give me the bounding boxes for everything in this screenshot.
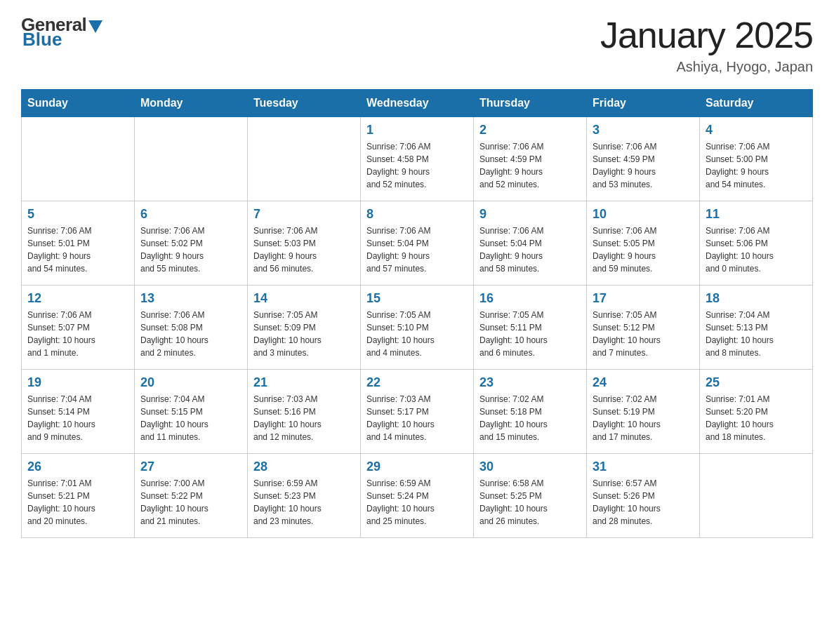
calendar-cell: 26Sunrise: 7:01 AM Sunset: 5:21 PM Dayli…	[22, 454, 135, 538]
cell-info: Sunrise: 7:06 AM Sunset: 5:08 PM Dayligh…	[140, 309, 241, 359]
cell-info: Sunrise: 7:06 AM Sunset: 5:06 PM Dayligh…	[706, 224, 807, 275]
cell-info: Sunrise: 7:04 AM Sunset: 5:15 PM Dayligh…	[140, 393, 241, 443]
calendar-cell: 6Sunrise: 7:06 AM Sunset: 5:02 PM Daylig…	[135, 201, 248, 286]
cell-info: Sunrise: 7:03 AM Sunset: 5:16 PM Dayligh…	[253, 393, 355, 443]
cell-info: Sunrise: 7:06 AM Sunset: 4:59 PM Dayligh…	[479, 140, 581, 191]
cell-date: 19	[27, 375, 128, 390]
cell-date: 18	[706, 291, 807, 306]
day-header-monday: Monday	[135, 90, 248, 117]
calendar-cell: 5Sunrise: 7:06 AM Sunset: 5:01 PM Daylig…	[22, 201, 135, 286]
calendar-cell: 10Sunrise: 7:06 AM Sunset: 5:05 PM Dayli…	[587, 201, 700, 286]
calendar-header-row: SundayMondayTuesdayWednesdayThursdayFrid…	[22, 90, 813, 117]
cell-date: 14	[253, 291, 355, 306]
cell-info: Sunrise: 7:03 AM Sunset: 5:17 PM Dayligh…	[366, 393, 468, 443]
logo-triangle-icon	[88, 20, 102, 33]
cell-info: Sunrise: 7:04 AM Sunset: 5:14 PM Dayligh…	[27, 393, 128, 443]
cell-date: 12	[27, 291, 128, 306]
cell-date: 17	[593, 291, 694, 306]
calendar-cell: 12Sunrise: 7:06 AM Sunset: 5:07 PM Dayli…	[22, 286, 135, 370]
calendar-cell: 13Sunrise: 7:06 AM Sunset: 5:08 PM Dayli…	[135, 286, 248, 370]
calendar-cell: 21Sunrise: 7:03 AM Sunset: 5:16 PM Dayli…	[248, 370, 361, 454]
cell-info: Sunrise: 7:06 AM Sunset: 5:02 PM Dayligh…	[140, 224, 241, 275]
cell-date: 4	[706, 123, 807, 137]
cell-date: 26	[27, 459, 128, 474]
cell-info: Sunrise: 7:06 AM Sunset: 5:03 PM Dayligh…	[253, 224, 355, 275]
cell-date: 15	[366, 291, 468, 306]
calendar-cell	[700, 454, 813, 538]
day-header-thursday: Thursday	[474, 90, 587, 117]
calendar-cell: 3Sunrise: 7:06 AM Sunset: 4:59 PM Daylig…	[587, 117, 700, 201]
cell-info: Sunrise: 7:06 AM Sunset: 4:59 PM Dayligh…	[593, 140, 694, 191]
calendar-cell: 29Sunrise: 6:59 AM Sunset: 5:24 PM Dayli…	[361, 454, 474, 538]
day-header-sunday: Sunday	[22, 90, 135, 117]
cell-date: 16	[479, 291, 581, 306]
cell-info: Sunrise: 7:01 AM Sunset: 5:21 PM Dayligh…	[27, 477, 128, 528]
logo-blue-text: Blue	[22, 29, 62, 51]
day-header-wednesday: Wednesday	[361, 90, 474, 117]
cell-date: 30	[479, 459, 581, 474]
cell-info: Sunrise: 7:06 AM Sunset: 5:00 PM Dayligh…	[706, 140, 807, 191]
calendar-cell: 31Sunrise: 6:57 AM Sunset: 5:26 PM Dayli…	[587, 454, 700, 538]
cell-info: Sunrise: 7:06 AM Sunset: 5:05 PM Dayligh…	[593, 224, 694, 275]
cell-info: Sunrise: 7:06 AM Sunset: 4:58 PM Dayligh…	[366, 140, 468, 191]
calendar-row-1: 1Sunrise: 7:06 AM Sunset: 4:58 PM Daylig…	[22, 117, 813, 201]
cell-info: Sunrise: 7:06 AM Sunset: 5:04 PM Dayligh…	[366, 224, 468, 275]
calendar-cell: 16Sunrise: 7:05 AM Sunset: 5:11 PM Dayli…	[474, 286, 587, 370]
calendar-cell: 9Sunrise: 7:06 AM Sunset: 5:04 PM Daylig…	[474, 201, 587, 286]
cell-date: 7	[253, 207, 355, 222]
cell-date: 22	[366, 375, 468, 390]
calendar-cell: 27Sunrise: 7:00 AM Sunset: 5:22 PM Dayli…	[135, 454, 248, 538]
calendar-table: SundayMondayTuesdayWednesdayThursdayFrid…	[21, 89, 813, 538]
cell-date: 21	[253, 375, 355, 390]
cell-date: 8	[366, 207, 468, 222]
cell-date: 25	[706, 375, 807, 390]
cell-info: Sunrise: 7:06 AM Sunset: 5:04 PM Dayligh…	[479, 224, 581, 275]
cell-date: 5	[27, 207, 128, 222]
calendar-cell: 24Sunrise: 7:02 AM Sunset: 5:19 PM Dayli…	[587, 370, 700, 454]
cell-info: Sunrise: 7:01 AM Sunset: 5:20 PM Dayligh…	[706, 393, 807, 443]
cell-date: 9	[479, 207, 581, 222]
calendar-cell: 11Sunrise: 7:06 AM Sunset: 5:06 PM Dayli…	[700, 201, 813, 286]
calendar-cell: 22Sunrise: 7:03 AM Sunset: 5:17 PM Dayli…	[361, 370, 474, 454]
calendar-cell	[22, 117, 135, 201]
calendar-cell: 17Sunrise: 7:05 AM Sunset: 5:12 PM Dayli…	[587, 286, 700, 370]
calendar-cell: 8Sunrise: 7:06 AM Sunset: 5:04 PM Daylig…	[361, 201, 474, 286]
calendar-cell: 23Sunrise: 7:02 AM Sunset: 5:18 PM Dayli…	[474, 370, 587, 454]
calendar-row-3: 12Sunrise: 7:06 AM Sunset: 5:07 PM Dayli…	[22, 286, 813, 370]
cell-info: Sunrise: 7:06 AM Sunset: 5:07 PM Dayligh…	[27, 309, 128, 359]
calendar-row-2: 5Sunrise: 7:06 AM Sunset: 5:01 PM Daylig…	[22, 201, 813, 286]
calendar-cell	[135, 117, 248, 201]
day-header-tuesday: Tuesday	[248, 90, 361, 117]
subtitle: Ashiya, Hyogo, Japan	[600, 59, 813, 75]
day-header-friday: Friday	[587, 90, 700, 117]
calendar-cell: 28Sunrise: 6:59 AM Sunset: 5:23 PM Dayli…	[248, 454, 361, 538]
cell-info: Sunrise: 6:59 AM Sunset: 5:23 PM Dayligh…	[253, 477, 355, 528]
cell-info: Sunrise: 7:02 AM Sunset: 5:19 PM Dayligh…	[593, 393, 694, 443]
cell-info: Sunrise: 6:57 AM Sunset: 5:26 PM Dayligh…	[593, 477, 694, 528]
cell-date: 13	[140, 291, 241, 306]
logo: General Blue	[21, 14, 102, 51]
cell-info: Sunrise: 6:58 AM Sunset: 5:25 PM Dayligh…	[479, 477, 581, 528]
cell-info: Sunrise: 7:06 AM Sunset: 5:01 PM Dayligh…	[27, 224, 128, 275]
cell-info: Sunrise: 7:02 AM Sunset: 5:18 PM Dayligh…	[479, 393, 581, 443]
cell-date: 23	[479, 375, 581, 390]
calendar-cell: 15Sunrise: 7:05 AM Sunset: 5:10 PM Dayli…	[361, 286, 474, 370]
cell-info: Sunrise: 7:00 AM Sunset: 5:22 PM Dayligh…	[140, 477, 241, 528]
day-header-saturday: Saturday	[700, 90, 813, 117]
calendar-cell: 25Sunrise: 7:01 AM Sunset: 5:20 PM Dayli…	[700, 370, 813, 454]
calendar-row-5: 26Sunrise: 7:01 AM Sunset: 5:21 PM Dayli…	[22, 454, 813, 538]
cell-date: 28	[253, 459, 355, 474]
cell-date: 3	[593, 123, 694, 137]
calendar-cell: 2Sunrise: 7:06 AM Sunset: 4:59 PM Daylig…	[474, 117, 587, 201]
calendar-cell: 14Sunrise: 7:05 AM Sunset: 5:09 PM Dayli…	[248, 286, 361, 370]
main-title: January 2025	[600, 14, 813, 56]
calendar-cell: 4Sunrise: 7:06 AM Sunset: 5:00 PM Daylig…	[700, 117, 813, 201]
cell-date: 24	[593, 375, 694, 390]
calendar-cell	[248, 117, 361, 201]
cell-info: Sunrise: 7:05 AM Sunset: 5:10 PM Dayligh…	[366, 309, 468, 359]
cell-date: 1	[366, 123, 468, 137]
cell-date: 27	[140, 459, 241, 474]
cell-info: Sunrise: 7:05 AM Sunset: 5:11 PM Dayligh…	[479, 309, 581, 359]
cell-date: 20	[140, 375, 241, 390]
calendar-cell: 30Sunrise: 6:58 AM Sunset: 5:25 PM Dayli…	[474, 454, 587, 538]
